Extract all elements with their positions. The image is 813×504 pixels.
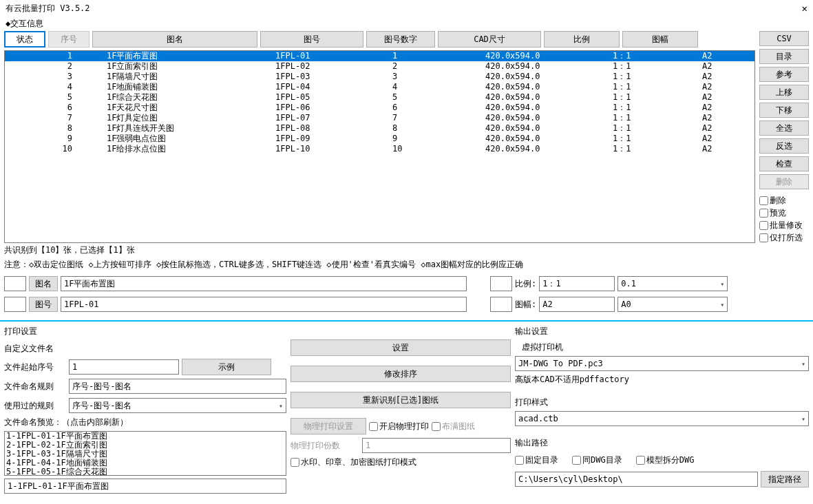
ratio-b-combo[interactable]: 0.1▾ xyxy=(617,276,728,291)
copies-lbl: 物理打印份数 xyxy=(291,440,359,452)
chk-split-dwg[interactable]: 模型拆分DWG xyxy=(636,454,695,466)
hdr-seq[interactable]: 序号 xyxy=(48,31,89,48)
btn-up[interactable]: 上移 xyxy=(759,85,809,100)
hdr-status[interactable]: 状态 xyxy=(4,31,45,48)
fmt-b-combo[interactable]: A0▾ xyxy=(617,297,728,312)
used-combo[interactable]: 序号-图号-图名▾ xyxy=(69,398,286,413)
close-icon[interactable]: ✕ xyxy=(802,3,807,14)
btn-del[interactable]: 删除 xyxy=(759,174,809,189)
copies-input[interactable] xyxy=(362,438,511,453)
table-row[interactable]: 61F天花尺寸图1FPL-066420.0x594.01：1A2 xyxy=(5,103,754,113)
start-seq-input[interactable] xyxy=(69,359,179,375)
preview-lbl: 文件命名预览：（点击内部刷新） xyxy=(4,417,286,428)
window-title: 有云批量打印 V3.5.2 xyxy=(6,3,90,14)
chk-same-dir[interactable]: 同DWG目录 xyxy=(572,454,622,466)
name-checkbox[interactable] xyxy=(4,276,26,291)
table-row[interactable]: 91F强弱电点位图1FPL-099420.0x594.01：1A2 xyxy=(5,134,754,144)
table-row[interactable]: 31F隔墙尺寸图1FPL-033420.0x594.01：1A2 xyxy=(5,72,754,82)
printer-combo[interactable]: JM-DWG To PDF.pc3▾ xyxy=(515,356,809,371)
btn-csv[interactable]: CSV xyxy=(759,31,809,46)
hdr-num[interactable]: 图号 xyxy=(260,31,363,48)
path-input[interactable] xyxy=(515,472,758,487)
chk-fixed-dir[interactable]: 固定目录 xyxy=(515,454,558,466)
preview-list[interactable]: 1-1FPL-01-1F平面布置图2-1FPL-02-1F立面索引图3-1FPL… xyxy=(4,431,286,476)
fmt-a-input[interactable] xyxy=(539,297,615,312)
table-row[interactable]: 41F地面铺装图1FPL-044420.0x594.01：1A2 xyxy=(5,82,754,92)
out-sec: 输出设置 xyxy=(515,324,809,339)
num-label-btn[interactable]: 图号 xyxy=(29,297,58,312)
chk-watermark[interactable]: 水印、印章、加密图纸打印模式 xyxy=(291,456,511,468)
used-lbl: 使用过的规则 xyxy=(4,400,66,412)
note-text: 注意：◇双击定位图纸 ◇上方按钮可排序 ◇按住鼠标拖选，CTRL键多选，SHIF… xyxy=(4,258,755,272)
table-row[interactable]: 71F灯具定位图1FPL-077420.0x594.01：1A2 xyxy=(5,113,754,123)
btn-inv[interactable]: 反选 xyxy=(759,138,809,154)
ratio-a-input[interactable] xyxy=(539,276,615,291)
status-text: 共识别到【10】张，已选择【1】张 xyxy=(4,243,755,258)
vp-lbl: 虚拟打印机 xyxy=(515,342,809,353)
style-combo[interactable]: acad.ctb▾ xyxy=(515,411,809,426)
browse-btn[interactable]: 指定路径 xyxy=(761,471,809,487)
btn-check[interactable]: 检查 xyxy=(759,156,809,171)
chk-del[interactable]: 删除 xyxy=(759,195,809,207)
print-sec: 打印设置 xyxy=(4,324,286,339)
btn-ref[interactable]: 参考 xyxy=(759,67,809,82)
data-table[interactable]: 11F平面布置图1FPL-011420.0x594.01：1A221F立面索引图… xyxy=(4,50,755,243)
path-lbl: 输出路径 xyxy=(515,437,809,449)
hdr-name[interactable]: 图名 xyxy=(92,31,257,48)
num-input[interactable] xyxy=(61,297,467,312)
chk-fill[interactable]: 布满图纸 xyxy=(432,421,475,432)
section-header: ◆交互信息 xyxy=(0,17,813,31)
num-checkbox[interactable] xyxy=(4,297,26,312)
ratio-checkbox[interactable] xyxy=(490,276,512,291)
settings-btn[interactable]: 设置 xyxy=(291,339,511,356)
list-item[interactable]: 5-1FPL-05-1F综合天花图 xyxy=(5,468,286,476)
btn-catalog[interactable]: 目录 xyxy=(759,49,809,64)
ratio-label: 比例: xyxy=(515,278,536,290)
rule-input[interactable] xyxy=(69,379,286,394)
fmt-label: 图幅: xyxy=(515,299,536,311)
hdr-format[interactable]: 图幅 xyxy=(622,31,698,48)
table-row[interactable]: 21F立面索引图1FPL-022420.0x594.01：1A2 xyxy=(5,61,754,72)
hdr-digit[interactable]: 图号数字 xyxy=(366,31,435,48)
printer-warn: 高版本CAD不适用pdffactory xyxy=(515,374,809,386)
table-row[interactable]: 81F灯具连线开关图1FPL-088420.0x594.01：1A2 xyxy=(5,123,754,134)
start-seq-lbl: 文件起始序号 xyxy=(4,361,66,373)
selected-preview[interactable] xyxy=(4,479,286,494)
custom-filename: 自定义文件名 xyxy=(4,342,286,356)
chk-preview[interactable]: 预览 xyxy=(759,207,809,219)
table-row[interactable]: 51F综合天花图1FPL-055420.0x594.01：1A2 xyxy=(5,92,754,103)
chk-phys-on[interactable]: 开启物理打印 xyxy=(369,421,429,432)
table-row[interactable]: 11F平面布置图1FPL-011420.0x594.01：1A2 xyxy=(5,51,754,61)
reorder-btn[interactable]: 修改排序 xyxy=(291,366,511,382)
name-input[interactable] xyxy=(61,276,467,291)
hdr-ratio[interactable]: 比例 xyxy=(544,31,620,48)
chk-batch[interactable]: 批量修改 xyxy=(759,220,809,231)
name-label-btn[interactable]: 图名 xyxy=(29,276,58,291)
phys-set-btn[interactable]: 物理打印设置 xyxy=(291,418,366,434)
fmt-checkbox[interactable] xyxy=(490,297,512,312)
btn-down[interactable]: 下移 xyxy=(759,103,809,118)
btn-all[interactable]: 全选 xyxy=(759,120,809,136)
table-row[interactable]: 101F给排水点位图1FPL-1010420.0x594.01：1A2 xyxy=(5,144,754,154)
rule-lbl: 文件命名规则 xyxy=(4,381,66,392)
reident-btn[interactable]: 重新识别[已选]图纸 xyxy=(291,392,511,408)
chk-only[interactable]: 仅打所选 xyxy=(759,232,809,244)
style-lbl: 打印样式 xyxy=(515,397,809,408)
sample-btn[interactable]: 示例 xyxy=(182,359,271,375)
hdr-cad[interactable]: CAD尺寸 xyxy=(438,31,541,48)
